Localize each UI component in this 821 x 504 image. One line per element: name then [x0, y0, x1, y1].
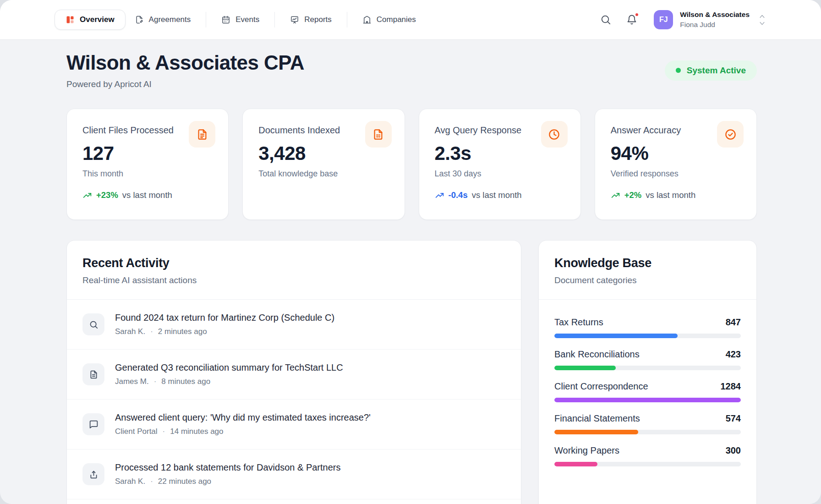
- trending-up-icon: [435, 191, 444, 200]
- avatar: FJ: [654, 10, 673, 29]
- kb-category-list: Tax Returns 847 Bank Reconciliations 423: [539, 300, 756, 491]
- stat-caption: This month: [82, 169, 213, 179]
- meta-separator: [150, 327, 153, 336]
- app-window: Overview Agreements Events: [0, 0, 821, 504]
- chart-presentation-icon: [290, 15, 299, 24]
- file-text-icon: [196, 128, 208, 141]
- building-icon: [362, 15, 372, 24]
- progress-fill: [554, 398, 741, 402]
- progress-bar: [554, 462, 741, 466]
- nav-tab-overview[interactable]: Overview: [55, 10, 126, 30]
- kb-category-label: Client Correspondence: [554, 381, 648, 392]
- nav-tab-reports[interactable]: Reports: [281, 10, 341, 30]
- progress-bar: [554, 430, 741, 434]
- activity-icon-box: [82, 313, 104, 335]
- activity-text-block: Found 2024 tax return for Martinez Corp …: [115, 312, 334, 336]
- account-user: Fiona Judd: [680, 20, 750, 30]
- stat-card-query-response: Avg Query Response 2.3s Last 30 days -0.…: [419, 109, 581, 220]
- activity-text-block: Generated Q3 reconciliation summary for …: [115, 362, 343, 386]
- file-signature-icon: [135, 15, 144, 24]
- recent-activity-panel: Recent Activity Real-time AI assistant a…: [66, 240, 521, 504]
- activity-title: Found 2024 tax return for Martinez Corp …: [115, 312, 334, 323]
- panel-title: Knowledge Base: [554, 256, 741, 270]
- activity-icon-box: [82, 463, 104, 485]
- meta-separator: [163, 427, 165, 436]
- stat-icon-box: [541, 121, 568, 148]
- meta-separator: [154, 377, 157, 386]
- stat-card-documents-indexed: Documents Indexed 3,428 Total knowledge …: [242, 109, 405, 220]
- chevron-up-icon: [759, 14, 765, 18]
- activity-item[interactable]: Generated Q3 reconciliation summary for …: [67, 350, 521, 400]
- kb-category-count: 574: [726, 413, 741, 424]
- nav-divider: [347, 12, 347, 27]
- trend-value: +23%: [96, 190, 118, 200]
- stat-icon-box: [365, 121, 392, 148]
- trending-up-icon: [82, 191, 92, 200]
- activity-item[interactable]: Found 2024 tax return for Martinez Corp …: [67, 300, 521, 350]
- kb-category-count: 847: [726, 317, 741, 328]
- main-content: Wilson & Associates CPA Powered by Apric…: [0, 51, 821, 504]
- chevron-down-icon: [759, 22, 765, 26]
- kb-category-label: Tax Returns: [554, 317, 603, 328]
- nav-actions: FJ Wilson & Associates Fiona Judd: [599, 10, 765, 29]
- progress-bar: [554, 366, 741, 370]
- stat-trend: +23% vs last month: [82, 190, 213, 200]
- progress-fill: [554, 462, 597, 466]
- panel-subtitle: Document categories: [554, 275, 741, 285]
- file-grid-icon: [372, 128, 384, 141]
- activity-item[interactable]: Processed 12 bank statements for Davidso…: [67, 449, 521, 499]
- activity-text-block: Answered client query: 'Why did my estim…: [115, 412, 371, 436]
- nav-tab-label: Overview: [80, 15, 115, 24]
- trend-suffix: vs last month: [646, 190, 695, 200]
- activity-title: Generated Q3 reconciliation summary for …: [115, 362, 343, 373]
- stat-icon-box: [717, 121, 744, 148]
- activity-user: Sarah K.: [115, 477, 145, 486]
- panel-title: Recent Activity: [82, 256, 505, 270]
- activity-user: Client Portal: [115, 427, 158, 436]
- activity-title: Answered client query: 'Why did my estim…: [115, 412, 371, 423]
- file-text-icon: [89, 370, 99, 379]
- activity-user: Sarah K.: [115, 327, 145, 336]
- trend-suffix: vs last month: [122, 190, 172, 200]
- activity-meta: Sarah K. 22 minutes ago: [115, 477, 340, 486]
- nav-tab-label: Events: [235, 15, 259, 24]
- activity-time: 2 minutes ago: [158, 327, 207, 336]
- top-navigation: Overview Agreements Events: [0, 0, 821, 39]
- stat-icon-box: [189, 121, 215, 148]
- status-dot: [676, 68, 681, 73]
- notifications-button[interactable]: [625, 13, 639, 27]
- activity-time: 8 minutes ago: [161, 377, 210, 386]
- nav-tab-agreements[interactable]: Agreements: [126, 10, 200, 30]
- kb-category-label: Working Papers: [554, 445, 619, 456]
- stat-card-client-files: Client Files Processed 127 This month +2…: [66, 109, 229, 220]
- search-button[interactable]: [599, 13, 613, 27]
- activity-item[interactable]: Answered client query: 'Why did my estim…: [67, 400, 521, 449]
- kb-category-count: 423: [726, 349, 741, 360]
- account-selector[interactable]: [759, 14, 765, 26]
- kb-category-label: Bank Reconciliations: [554, 349, 640, 360]
- nav-divider: [206, 12, 206, 27]
- meta-separator: [150, 477, 153, 486]
- activity-user: James M.: [115, 377, 149, 386]
- status-badge: System Active: [665, 60, 757, 81]
- activity-time: 22 minutes ago: [158, 477, 211, 486]
- activity-icon-box: [82, 413, 104, 435]
- status-label: System Active: [687, 66, 746, 76]
- trending-up-icon: [611, 191, 620, 200]
- clock-icon: [548, 128, 560, 141]
- upload-icon: [89, 470, 99, 479]
- activity-icon-box: [82, 363, 104, 385]
- nav-tab-companies[interactable]: Companies: [353, 10, 425, 30]
- page-subtitle: Powered by Apricot AI: [66, 79, 304, 89]
- activity-meta: Sarah K. 2 minutes ago: [115, 327, 334, 336]
- stat-card-answer-accuracy: Answer Accuracy 94% Verified responses +…: [595, 109, 757, 220]
- nav-tab-events[interactable]: Events: [212, 10, 268, 30]
- page-header-text: Wilson & Associates CPA Powered by Apric…: [66, 51, 304, 89]
- panel-header: Knowledge Base Document categories: [539, 241, 756, 300]
- account-menu[interactable]: FJ Wilson & Associates Fiona Judd: [654, 10, 765, 29]
- kb-category-row: Bank Reconciliations 423: [554, 349, 741, 370]
- stat-caption: Total knowledge base: [258, 169, 389, 179]
- calendar-icon: [221, 15, 230, 24]
- progress-fill: [554, 334, 678, 338]
- check-circle-icon: [724, 128, 737, 141]
